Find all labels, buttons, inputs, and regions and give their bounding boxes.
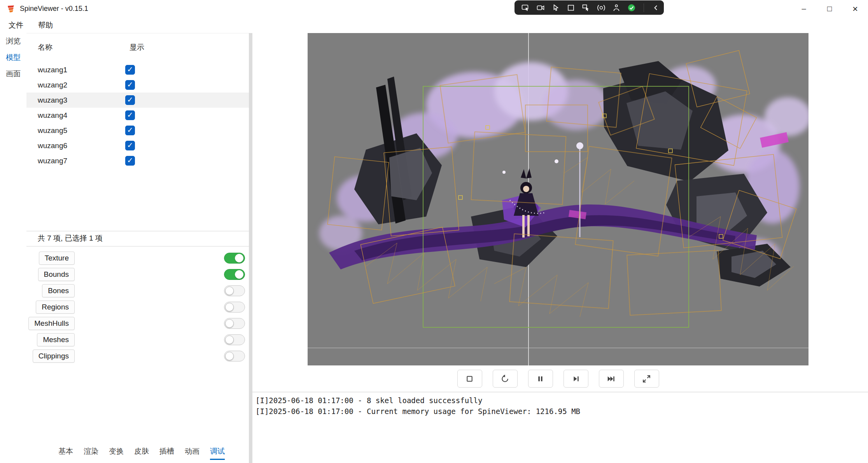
- debug-option-button[interactable]: Bounds: [38, 268, 75, 281]
- pause-button[interactable]: [528, 370, 553, 388]
- show-checkbox[interactable]: [125, 141, 135, 150]
- log-output: [I]2025-06-18 01:17:00 - 8 skel loaded s…: [256, 395, 865, 417]
- panel-tab-bar: 基本 渲染 变换 皮肤 插槽 动画 调试: [58, 445, 225, 460]
- viewport-canvas[interactable]: [308, 33, 808, 365]
- column-show: 显示: [130, 42, 144, 52]
- spine-model-render: [308, 33, 808, 365]
- debug-option-button[interactable]: Regions: [36, 301, 75, 314]
- model-row[interactable]: wuzang5: [26, 123, 249, 138]
- debug-toggle-row: Meshes: [26, 332, 245, 348]
- model-panel: 名称 显示 wuzang1 wuzang2 wuzang3: [26, 33, 249, 463]
- collapse-toolbar-icon[interactable]: [651, 3, 661, 12]
- debug-toggle-switch[interactable]: [224, 351, 245, 362]
- log-line: [I]2025-06-18 01:17:00 - 8 skel loaded s…: [256, 395, 865, 406]
- step-forward-button[interactable]: [564, 370, 588, 388]
- debug-option-button[interactable]: Clippings: [33, 349, 75, 363]
- capture-toolbar: [514, 0, 664, 15]
- pointer-capture-icon[interactable]: [581, 3, 591, 12]
- panel-tab[interactable]: 皮肤: [134, 445, 149, 460]
- debug-toggle-switch[interactable]: [224, 253, 245, 264]
- model-name: wuzang4: [38, 111, 67, 120]
- sidebar-tab[interactable]: 模型: [0, 49, 26, 66]
- close-button[interactable]: ×: [842, 0, 868, 17]
- panel-tab[interactable]: 变换: [109, 445, 124, 460]
- debug-option-button[interactable]: Meshes: [37, 333, 75, 346]
- region-icon[interactable]: [566, 3, 576, 12]
- menu-bar: 文件 帮助: [0, 17, 868, 33]
- show-checkbox[interactable]: [125, 95, 135, 105]
- show-checkbox[interactable]: [125, 126, 135, 135]
- debug-option-button[interactable]: Bones: [42, 284, 75, 297]
- toggle-knob: [225, 287, 234, 295]
- model-list: wuzang1 wuzang2 wuzang3 wuzang4: [26, 62, 249, 168]
- panel-tab[interactable]: 渲染: [84, 445, 98, 460]
- model-name: wuzang5: [38, 126, 67, 135]
- model-row[interactable]: wuzang6: [26, 138, 249, 153]
- menu-item[interactable]: 帮助: [38, 20, 53, 30]
- debug-toggle-switch[interactable]: [224, 285, 245, 296]
- status-divider: [26, 246, 249, 246]
- toggle-knob: [225, 319, 234, 328]
- titlebar: SpineViewer - v0.15.1: [0, 0, 868, 17]
- model-name: wuzang1: [38, 66, 67, 74]
- log-line: [I]2025-06-18 01:17:00 - Current memory …: [256, 406, 865, 417]
- reset-button[interactable]: [493, 370, 518, 388]
- debug-toggle-switch[interactable]: [224, 269, 245, 280]
- debug-toggle-switch[interactable]: [224, 334, 245, 345]
- window-controls: – □ ×: [791, 0, 868, 17]
- performance-icon[interactable]: [597, 3, 606, 12]
- debug-toggle-switch[interactable]: [224, 302, 245, 313]
- accessibility-icon[interactable]: [612, 3, 621, 12]
- status-ok-icon[interactable]: [627, 3, 636, 12]
- panel-tab[interactable]: 调试: [210, 445, 225, 460]
- model-row[interactable]: wuzang1: [26, 62, 249, 77]
- model-name: wuzang6: [38, 142, 67, 150]
- skip-forward-button[interactable]: [599, 370, 624, 388]
- spineviewer-window: SpineViewer - v0.15.1: [0, 0, 868, 463]
- fullscreen-button[interactable]: [634, 370, 659, 388]
- maximize-button[interactable]: □: [817, 0, 842, 17]
- sidebar: 浏览 模型 画面: [0, 33, 26, 82]
- toolbar-divider: [644, 3, 644, 12]
- playback-controls: [308, 370, 808, 388]
- camera-icon[interactable]: [536, 3, 545, 12]
- debug-toggle-list: Texture Bounds Bones: [26, 250, 245, 364]
- column-name: 名称: [38, 42, 52, 52]
- toggle-knob: [225, 303, 234, 311]
- show-checkbox[interactable]: [125, 80, 135, 90]
- debug-option-button[interactable]: MeshHulls: [28, 317, 75, 330]
- panel-tab[interactable]: 动画: [185, 445, 200, 460]
- show-checkbox[interactable]: [125, 110, 135, 120]
- app-logo-icon: [6, 4, 16, 14]
- show-checkbox[interactable]: [125, 65, 135, 75]
- debug-toggle-switch[interactable]: [224, 318, 245, 329]
- model-name: wuzang2: [38, 81, 67, 89]
- panel-tab[interactable]: 基本: [58, 445, 73, 460]
- log-divider: [252, 392, 868, 392]
- pointer-icon[interactable]: [551, 3, 560, 12]
- model-row[interactable]: wuzang4: [26, 108, 249, 123]
- model-row[interactable]: wuzang3: [26, 93, 249, 108]
- minimize-button[interactable]: –: [791, 0, 817, 17]
- show-checkbox[interactable]: [125, 156, 135, 166]
- panel-splitter[interactable]: [249, 33, 252, 463]
- titlebar-left: SpineViewer - v0.15.1: [0, 4, 88, 14]
- preview-panel: [I]2025-06-18 01:17:00 - 8 skel loaded s…: [252, 33, 868, 463]
- debug-toggle-row: Regions: [26, 299, 245, 315]
- toggle-knob: [225, 335, 234, 344]
- panel-tab[interactable]: 插槽: [159, 445, 174, 460]
- model-row[interactable]: wuzang7: [26, 153, 249, 168]
- sidebar-tab[interactable]: 画面: [0, 66, 26, 82]
- debug-option-button[interactable]: Texture: [39, 252, 75, 265]
- debug-toggle-row: Bounds: [26, 266, 245, 283]
- model-row[interactable]: wuzang2: [26, 77, 249, 93]
- model-list-header: 名称 显示: [26, 40, 249, 54]
- stop-button[interactable]: [457, 370, 482, 388]
- menu-item[interactable]: 文件: [9, 20, 23, 30]
- sidebar-tab[interactable]: 浏览: [0, 33, 26, 49]
- toggle-knob: [235, 270, 243, 279]
- toggle-knob: [225, 352, 234, 360]
- model-name: wuzang7: [38, 157, 67, 165]
- screen-capture-icon[interactable]: [521, 3, 530, 12]
- debug-toggle-row: Texture: [26, 250, 245, 266]
